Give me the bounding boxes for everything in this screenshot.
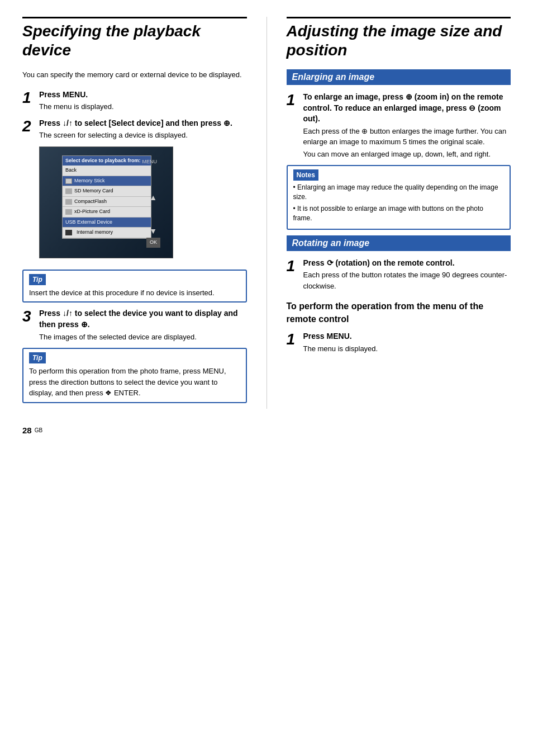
left-column: Specifying the playback device You can s…	[22, 17, 247, 409]
right-step-2-desc: Each press of the button rotates the ima…	[303, 270, 511, 291]
notes-label: Notes	[293, 169, 318, 181]
right-step-3-desc: The menu is displayed.	[303, 343, 511, 355]
right-section-title: Adjusting the image size and position	[287, 22, 511, 59]
right-step-3-number: 1	[287, 331, 299, 354]
right-step-3-content: Press MENU. The menu is displayed.	[303, 331, 511, 354]
right-step-2: 1 Press ⟳ (rotation) on the remote contr…	[287, 258, 511, 292]
right-step-1: 1 To enlarge an image, press ⊕ (zoom in)…	[287, 92, 511, 159]
tip-box-2: Tip To perform this operation from the p…	[22, 348, 247, 403]
tip-text-1: Insert the device at this procedure if n…	[29, 287, 240, 299]
note-item-2: It is not possible to enlarge an image w…	[293, 204, 505, 223]
right-step-1-number: 1	[287, 92, 299, 159]
scroll-down-icon: ▼	[149, 225, 157, 237]
cf-icon	[65, 199, 72, 205]
step-1-number: 1	[22, 89, 35, 112]
step-3: 3 Press ↓/↑ to select the device you wan…	[22, 308, 247, 342]
notes-list: Enlarging an image may reduce the qualit…	[293, 183, 505, 223]
step-3-desc: The images of the selected device are di…	[39, 332, 247, 343]
right-step-1-content: To enlarge an image, press ⊕ (zoom in) o…	[303, 92, 511, 159]
menu-item-internal: Internal memory	[63, 228, 151, 238]
rotating-subsection-header: Rotating an image	[287, 235, 511, 251]
tip-label-1: Tip	[29, 274, 46, 285]
step-3-number: 3	[22, 308, 35, 342]
menu-item-xd: xD-Picture Card	[63, 207, 151, 218]
tip-label-2: Tip	[29, 352, 46, 363]
right-step-1-desc1: Each press of the ⊕ button enlarges the …	[303, 126, 511, 148]
step-2-number: 2	[22, 118, 35, 264]
right-step-2-content: Press ⟳ (rotation) on the remote control…	[303, 258, 511, 292]
menu-item-memory-stick: Memory Stick	[63, 176, 151, 187]
right-step-1-title: To enlarge an image, press ⊕ (zoom in) o…	[303, 92, 511, 125]
menu-item-back: Back	[63, 166, 151, 176]
page-footer: 28 GB	[22, 426, 511, 435]
step-2-title: Press ↓/↑ to select [Select device] and …	[39, 118, 247, 129]
column-divider	[266, 17, 267, 409]
menu-item-sd: SD Memory Card	[63, 186, 151, 197]
right-step-3: 1 Press MENU. The menu is displayed.	[287, 331, 511, 354]
step-2-desc: The screen for selecting a device is dis…	[39, 130, 247, 141]
right-step-3-title: Press MENU.	[303, 331, 511, 342]
right-step-2-number: 1	[287, 258, 299, 292]
device-menu-panel: Select device to playback from: Back Mem…	[62, 155, 151, 239]
left-intro: You can specify the memory card or exter…	[22, 69, 247, 81]
note-item-1: Enlarging an image may reduce the qualit…	[293, 183, 505, 202]
step-3-title: Press ↓/↑ to select the device you want …	[39, 308, 247, 330]
right-step-2-title: Press ⟳ (rotation) on the remote control…	[303, 258, 511, 269]
device-menu-image: Select device to playback from: Back Mem…	[39, 147, 173, 258]
left-top-divider	[22, 17, 247, 18]
step-1: 1 Press MENU. The menu is displayed.	[22, 89, 247, 112]
right-top-divider	[287, 17, 511, 18]
step-2-content: Press ↓/↑ to select [Select device] and …	[39, 118, 247, 264]
internal-icon	[65, 230, 72, 235]
menu-label: MENU	[142, 158, 158, 166]
menu-item-cf: CompactFlash	[63, 197, 151, 207]
step-1-content: Press MENU. The menu is displayed.	[39, 89, 247, 112]
scroll-up-icon: ▲	[149, 192, 157, 204]
right-column: Adjusting the image size and position En…	[287, 17, 511, 409]
sd-icon	[65, 188, 72, 194]
step-3-content: Press ↓/↑ to select the device you want …	[39, 308, 247, 342]
enlarging-subsection-header: Enlarging an image	[287, 69, 511, 85]
page-suffix: GB	[35, 427, 42, 433]
step-2: 2 Press ↓/↑ to select [Select device] an…	[22, 118, 247, 264]
xd-icon	[65, 209, 72, 215]
notes-box: Notes Enlarging an image may reduce the …	[287, 165, 511, 229]
left-section-title: Specifying the playback device	[22, 22, 247, 59]
page-number: 28	[22, 426, 32, 435]
memory-stick-icon	[65, 178, 72, 184]
menu-header: Select device to playback from:	[63, 156, 151, 166]
to-perform-title: To perform the operation from the menu o…	[287, 300, 511, 325]
step-1-title: Press MENU.	[39, 89, 247, 101]
right-step-1-desc2: You can move an enlarged image up, down,…	[303, 149, 511, 160]
menu-item-usb: USB External Device	[63, 218, 151, 228]
ok-button: OK	[146, 238, 160, 248]
tip-box-1: Tip Insert the device at this procedure …	[22, 270, 247, 303]
tip-text-2: To perform this operation from the photo…	[29, 366, 240, 399]
step-1-desc: The menu is displayed.	[39, 101, 247, 112]
